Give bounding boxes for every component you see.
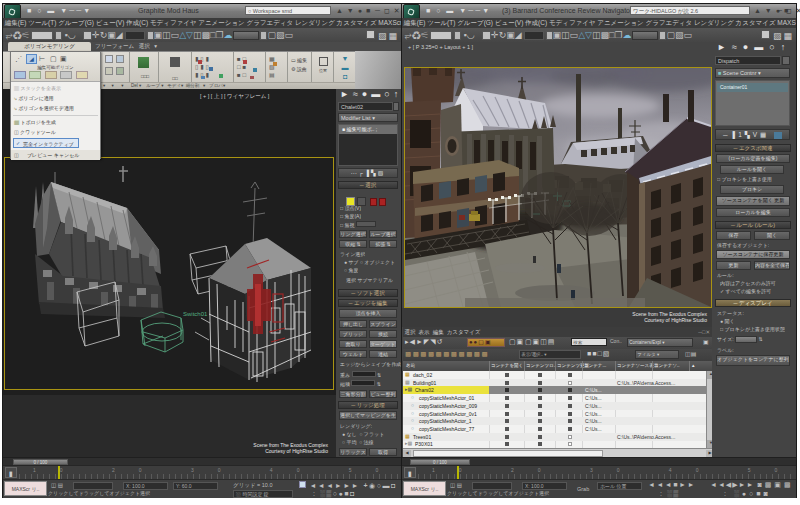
- svg-text:Switch01: Switch01: [183, 311, 208, 317]
